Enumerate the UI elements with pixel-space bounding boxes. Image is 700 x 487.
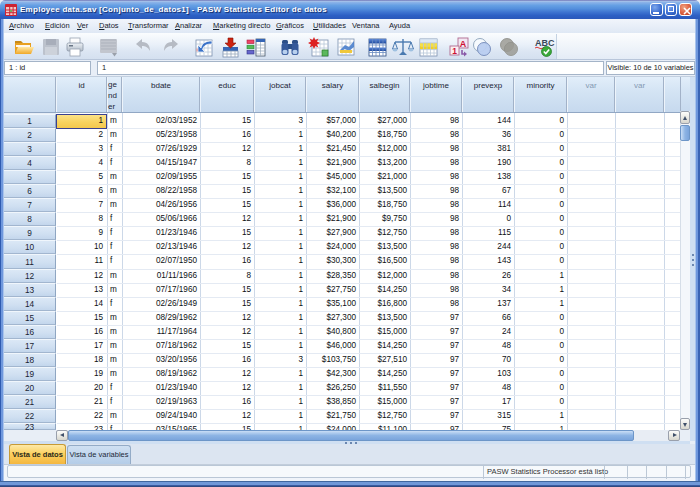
svg-text:A: A [460,39,467,49]
svg-text:1: 1 [452,46,457,56]
